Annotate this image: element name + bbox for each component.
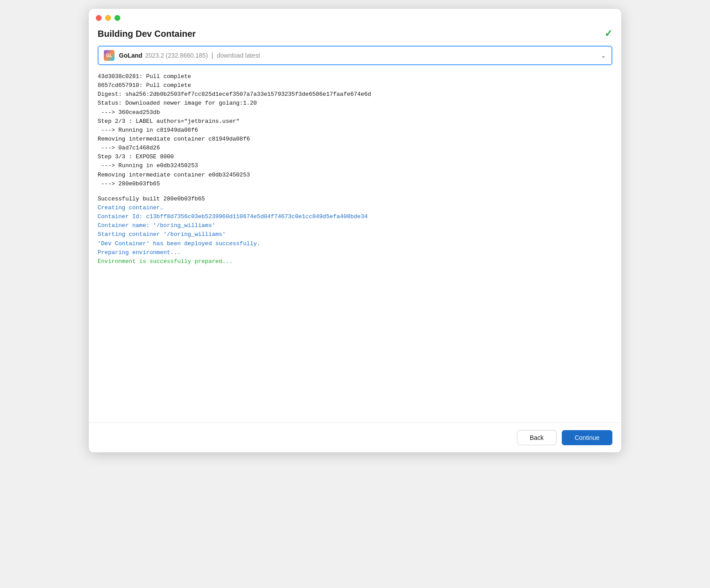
- log-line: Successfully built 280e0b03fb65: [98, 195, 612, 204]
- log-line: 8657cd657910: Pull complete: [98, 81, 612, 90]
- log-line: ---> 360cead253db: [98, 108, 612, 117]
- log-line: Container Id: c13bff8d7356c03eb5239960d1…: [98, 212, 612, 221]
- log-line: Preparing environment...: [98, 248, 612, 257]
- log-line: Starting container '/boring_williams': [98, 230, 612, 239]
- ide-selector-dropdown[interactable]: GL GoLand 2023.2 (232.8660.185) | downlo…: [98, 46, 612, 65]
- log-line: Step 2/3 : LABEL authors="jetbrains.user…: [98, 117, 612, 126]
- log-line: Creating container…: [98, 204, 612, 212]
- log-line: Removing intermediate container e0db3245…: [98, 171, 612, 180]
- ide-logo-icon: GL: [104, 50, 114, 61]
- log-line: Removing intermediate container c81949da…: [98, 135, 612, 144]
- log-line: Status: Downloaded newer image for golan…: [98, 99, 612, 108]
- main-window: Building Dev Container ✓ GL GoLand 2023.…: [89, 9, 621, 452]
- log-line: ---> Running in c81949da08f6: [98, 126, 612, 135]
- chevron-down-icon: ⌄: [601, 52, 606, 59]
- log-line: ---> Running in e0db32450253: [98, 161, 612, 170]
- log-line: ---> 0ad7c1468d26: [98, 144, 612, 153]
- log-line: Step 3/3 : EXPOSE 8000: [98, 153, 612, 161]
- log-line: Digest: sha256:2db0b2503fef7cc825d1ecef3…: [98, 90, 612, 99]
- minimize-button[interactable]: [105, 15, 111, 21]
- log-line: Container name: '/boring_williams': [98, 221, 612, 230]
- log-line: 'Dev Container' has been deployed succes…: [98, 239, 612, 248]
- log-line: 43d3038c0281: Pull complete: [98, 72, 612, 81]
- log-blank-line: [98, 188, 612, 195]
- check-icon: ✓: [604, 28, 612, 39]
- log-line: ---> 280e0b03fb65: [98, 180, 612, 188]
- back-button[interactable]: Back: [517, 430, 556, 445]
- titlebar: [89, 9, 621, 21]
- ide-name-label: GoLand: [119, 52, 142, 59]
- header-row: Building Dev Container ✓: [98, 28, 612, 39]
- footer-area: Back Continue: [89, 423, 621, 452]
- ide-download-link[interactable]: download latest: [217, 52, 260, 59]
- log-line: Environment is successfully prepared...: [98, 257, 612, 266]
- page-title: Building Dev Container: [98, 29, 196, 39]
- ide-separator: |: [212, 51, 213, 59]
- close-button[interactable]: [96, 15, 102, 21]
- content-area: Building Dev Container ✓ GL GoLand 2023.…: [89, 21, 621, 423]
- continue-button[interactable]: Continue: [562, 430, 612, 445]
- log-output-area: 43d3038c0281: Pull complete8657cd657910:…: [98, 72, 612, 416]
- maximize-button[interactable]: [114, 15, 120, 21]
- ide-version-label: 2023.2 (232.8660.185): [145, 52, 208, 59]
